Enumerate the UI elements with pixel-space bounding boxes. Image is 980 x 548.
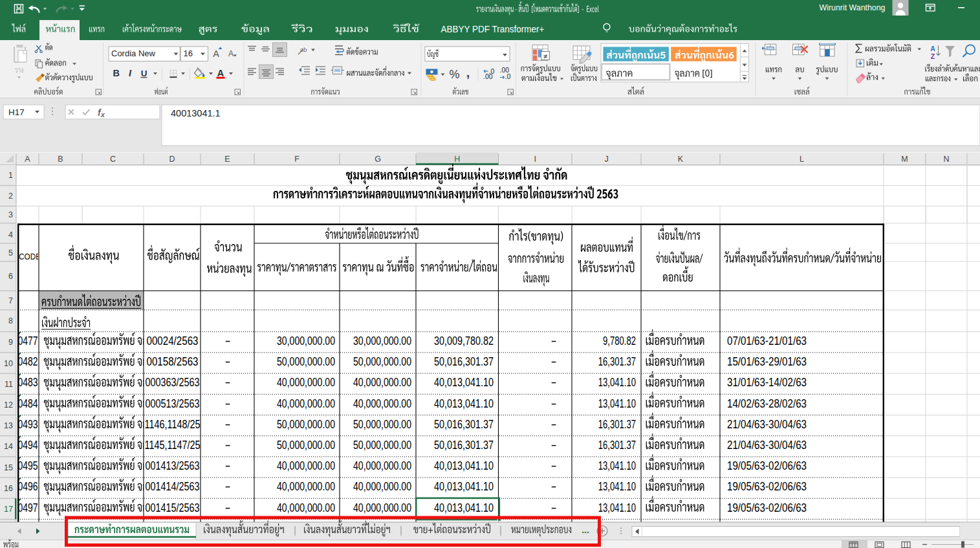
svg-text:15: 15	[4, 463, 13, 472]
svg-text:%: %	[449, 68, 459, 81]
svg-text:F: F	[294, 155, 299, 164]
svg-text:40,013,041.10: 40,013,041.10	[434, 480, 494, 493]
svg-text:19/05/63-02/06/63: 19/05/63-02/06/63	[727, 480, 807, 493]
svg-text:.00: .00	[483, 72, 493, 80]
svg-text:14: 14	[4, 442, 13, 451]
svg-text:-: -	[551, 355, 557, 368]
svg-text:000363/2563: 000363/2563	[146, 376, 200, 389]
svg-text:A: A	[213, 49, 219, 59]
svg-text:19/05/63-02/06/63: 19/05/63-02/06/63	[727, 459, 807, 472]
svg-text:30,000,000.00: 30,000,000.00	[353, 334, 411, 347]
svg-text:Z: Z	[931, 52, 935, 60]
svg-text:40,000,000.00: 40,000,000.00	[277, 397, 335, 410]
svg-text:0495: 0495	[18, 459, 38, 472]
svg-text:x: x	[100, 111, 105, 118]
svg-text:A: A	[930, 45, 935, 52]
svg-text:0496: 0496	[18, 480, 38, 493]
svg-text:-: -	[551, 418, 557, 431]
svg-text:40,000,000.00: 40,000,000.00	[353, 480, 411, 493]
svg-text:-: -	[551, 501, 557, 514]
svg-text:50,000,000.00: 50,000,000.00	[277, 418, 335, 431]
svg-text:10: 10	[4, 359, 13, 368]
svg-text:C: C	[110, 155, 116, 164]
svg-text:CODE: CODE	[19, 252, 41, 261]
svg-text:50,016,301.37: 50,016,301.37	[434, 355, 494, 368]
svg-text:001413/2563: 001413/2563	[146, 459, 200, 472]
svg-text:D: D	[169, 155, 175, 164]
svg-text:-: -	[225, 418, 231, 431]
svg-text:16,301.37: 16,301.37	[598, 355, 636, 368]
svg-text:0494: 0494	[18, 439, 38, 452]
svg-text:13,041.10: 13,041.10	[598, 501, 636, 514]
svg-text:13,041.10: 13,041.10	[598, 376, 636, 389]
svg-text:A: A	[228, 49, 234, 58]
svg-text:16,301.37: 16,301.37	[598, 418, 636, 431]
svg-text:1145,1147/25: 1145,1147/25	[145, 439, 201, 452]
svg-text:50,000,000.00: 50,000,000.00	[353, 355, 411, 368]
svg-text:-: -	[551, 459, 557, 472]
svg-text:12: 12	[4, 400, 13, 410]
svg-text:E: E	[224, 155, 230, 164]
svg-text:-: -	[225, 501, 231, 514]
svg-text:31/01/63-14/02/63: 31/01/63-14/02/63	[727, 376, 807, 389]
svg-text:00024/2563: 00024/2563	[147, 334, 199, 347]
svg-text:001415/2563: 001415/2563	[146, 501, 200, 514]
svg-text:14/02/63-28/02/63: 14/02/63-28/02/63	[727, 397, 807, 410]
svg-text:00158/2563: 00158/2563	[147, 355, 199, 368]
svg-text:K: K	[678, 155, 684, 164]
svg-text:H17: H17	[8, 107, 25, 117]
svg-text:13,041.10: 13,041.10	[598, 397, 636, 410]
svg-text:50,000,000.00: 50,000,000.00	[277, 355, 335, 368]
svg-text:16,301.37: 16,301.37	[598, 439, 636, 452]
svg-text:0482: 0482	[18, 355, 38, 368]
svg-text:1146,1148/25: 1146,1148/25	[145, 418, 201, 431]
svg-text:-: -	[551, 334, 557, 347]
svg-text:L: L	[800, 155, 804, 164]
svg-text:4: 4	[8, 230, 13, 239]
svg-text:7: 7	[8, 296, 13, 305]
svg-text:-: -	[225, 480, 231, 493]
svg-text:40,000,000.00: 40,000,000.00	[277, 501, 335, 514]
svg-text:13,041.10: 13,041.10	[598, 459, 636, 472]
svg-text:N: N	[943, 155, 949, 164]
svg-text:G: G	[375, 155, 381, 164]
svg-text:,: ,	[466, 65, 470, 80]
svg-text:-: -	[551, 376, 557, 389]
svg-text:07/01/63-21/01/63: 07/01/63-21/01/63	[727, 334, 807, 347]
svg-text:50,000,000.00: 50,000,000.00	[277, 439, 335, 452]
svg-text:001414/2563: 001414/2563	[146, 480, 200, 493]
svg-text:0477: 0477	[18, 334, 38, 347]
svg-text:...: ...	[582, 525, 589, 535]
svg-text:13: 13	[4, 421, 13, 430]
svg-text:≠: ≠	[543, 52, 547, 60]
svg-text:0484: 0484	[18, 397, 38, 410]
svg-text:I: I	[534, 155, 536, 164]
svg-text:40,013,041.10: 40,013,041.10	[434, 376, 494, 389]
svg-text:40,013,041.10: 40,013,041.10	[434, 397, 494, 410]
svg-text:-: -	[225, 334, 231, 347]
svg-text:000513/2563: 000513/2563	[146, 397, 200, 410]
svg-text:1: 1	[8, 171, 13, 180]
svg-text:13,041.10: 13,041.10	[598, 480, 636, 493]
svg-text:.0: .0	[505, 72, 511, 80]
svg-text:16: 16	[4, 484, 13, 493]
svg-text:-: -	[551, 439, 557, 452]
svg-text:6: 6	[8, 272, 13, 281]
svg-text:-: -	[225, 397, 231, 410]
svg-text:B: B	[113, 68, 120, 78]
svg-text:0497: 0497	[18, 501, 38, 514]
svg-text:J: J	[604, 155, 608, 164]
svg-text:9: 9	[8, 338, 13, 347]
svg-text:0493: 0493	[18, 418, 38, 431]
svg-text:11: 11	[5, 380, 13, 389]
svg-text:40,000,000.00: 40,000,000.00	[353, 376, 411, 389]
svg-text:21/04/63-30/04/63: 21/04/63-30/04/63	[727, 439, 807, 452]
svg-text:8: 8	[8, 316, 13, 325]
svg-text:40013041.1: 40013041.1	[171, 108, 221, 118]
svg-text:9,780.82: 9,780.82	[603, 334, 636, 347]
svg-text:ABBYY PDF Transformer+: ABBYY PDF Transformer+	[441, 25, 545, 34]
svg-text:0483: 0483	[18, 376, 38, 389]
svg-text:-: -	[551, 397, 557, 410]
svg-text:40,000,000.00: 40,000,000.00	[353, 501, 411, 514]
svg-text:19/05/63-02/06/63: 19/05/63-02/06/63	[727, 501, 807, 514]
